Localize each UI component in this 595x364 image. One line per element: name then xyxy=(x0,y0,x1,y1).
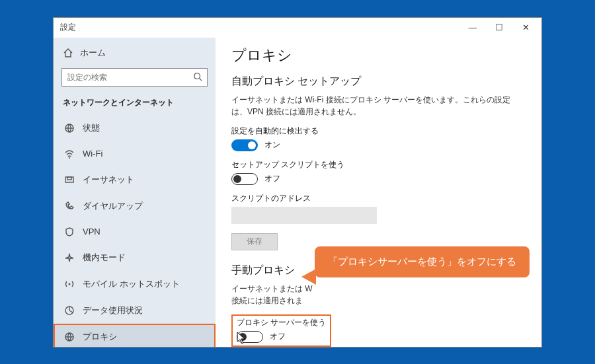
vpn-icon xyxy=(64,227,75,237)
close-button[interactable]: ✕ xyxy=(512,18,539,37)
detect-label: 設定を自動的に検出する xyxy=(231,126,526,137)
sidebar-item-label: Wi-Fi xyxy=(83,149,102,159)
settings-window: 設定 — ☐ ✕ ホーム ネットワークとインターネット 状態 xyxy=(53,17,542,347)
window-body: ホーム ネットワークとインターネット 状態 Wi-Fi xyxy=(54,38,541,347)
content-pane: プロキシ 自動プロキシ セットアップ イーサネットまたは Wi-Fi 接続にプロ… xyxy=(216,38,541,347)
sidebar-item-proxy[interactable]: プロキシ xyxy=(54,324,216,347)
toggle-state: オフ xyxy=(264,173,280,184)
hotspot-icon xyxy=(64,279,75,289)
svg-point-3 xyxy=(69,157,70,159)
sidebar-item-label: ダイヤルアップ xyxy=(83,200,143,212)
save-button[interactable]: 保存 xyxy=(231,233,278,250)
sidebar-item-label: 状態 xyxy=(83,122,100,134)
toggle-state: オフ xyxy=(270,331,286,342)
proxy-icon xyxy=(64,332,75,342)
manual-proxy-desc: イーサネットまたは W 接続には適用されま xyxy=(231,283,526,307)
script-toggle[interactable]: オフ xyxy=(231,173,526,185)
sidebar-item-dialup[interactable]: ダイヤルアップ xyxy=(54,193,216,219)
sidebar-section-title: ネットワークとインターネット xyxy=(54,93,216,115)
sidebar-item-airplane[interactable]: 機内モード xyxy=(54,244,216,271)
maximize-button[interactable]: ☐ xyxy=(486,18,512,37)
use-proxy-toggle[interactable]: オフ xyxy=(237,331,326,343)
home-label: ホーム xyxy=(80,47,106,59)
sidebar-item-label: 機内モード xyxy=(83,252,126,264)
auto-proxy-desc: イーサネットまたは Wi-Fi 接続にプロキシ サーバーを使います。これらの設定… xyxy=(231,94,526,118)
callout-text: 「プロキシサーバーを使う」をオフにする xyxy=(328,256,516,267)
home-link[interactable]: ホーム xyxy=(54,42,216,64)
sidebar-item-label: イーサネット xyxy=(83,174,134,186)
script-label: セットアップ スクリプトを使う xyxy=(231,159,526,170)
auto-proxy-heading: 自動プロキシ セットアップ xyxy=(231,75,526,89)
sidebar: ホーム ネットワークとインターネット 状態 Wi-Fi xyxy=(54,38,216,347)
wifi-icon xyxy=(64,149,75,159)
sidebar-item-label: プロキシ xyxy=(83,331,117,343)
sidebar-item-label: VPN xyxy=(83,227,100,237)
sidebar-item-label: データ使用状況 xyxy=(83,305,143,316)
sidebar-item-datausage[interactable]: データ使用状況 xyxy=(54,297,216,324)
sidebar-item-wifi[interactable]: Wi-Fi xyxy=(54,141,216,166)
ethernet-icon xyxy=(64,174,75,185)
svg-rect-5 xyxy=(67,177,71,180)
search-icon xyxy=(193,72,202,81)
status-icon xyxy=(64,123,75,133)
svg-point-6 xyxy=(69,283,71,285)
script-address-label: スクリプトのアドレス xyxy=(231,193,526,204)
sidebar-item-vpn[interactable]: VPN xyxy=(54,219,216,244)
sidebar-nav: 状態 Wi-Fi イーサネット ダイヤルアップ VPN xyxy=(54,115,216,347)
use-proxy-highlight: プロキシ サーバーを使う オフ xyxy=(231,314,331,347)
sidebar-item-ethernet[interactable]: イーサネット xyxy=(54,166,216,193)
instruction-callout: 「プロキシサーバーを使う」をオフにする xyxy=(315,246,530,277)
svg-line-1 xyxy=(200,78,202,81)
toggle-switch-off xyxy=(231,173,258,185)
minimize-button[interactable]: — xyxy=(459,18,486,37)
sidebar-item-status[interactable]: 状態 xyxy=(54,115,216,141)
page-title: プロキシ xyxy=(231,46,526,65)
use-proxy-label: プロキシ サーバーを使う xyxy=(237,317,326,328)
search-input[interactable] xyxy=(61,68,208,87)
script-address-input[interactable] xyxy=(231,207,377,224)
mouse-cursor-icon xyxy=(237,332,247,345)
home-icon xyxy=(63,48,73,58)
sidebar-item-hotspot[interactable]: モバイル ホットスポット xyxy=(54,271,216,297)
data-usage-icon xyxy=(64,305,75,316)
svg-point-0 xyxy=(194,73,200,79)
window-title: 設定 xyxy=(60,22,76,33)
toggle-state: オン xyxy=(264,139,280,151)
window-controls: — ☐ ✕ xyxy=(459,18,539,37)
sidebar-item-label: モバイル ホットスポット xyxy=(83,278,180,290)
detect-toggle[interactable]: オン xyxy=(231,139,526,151)
titlebar: 設定 — ☐ ✕ xyxy=(54,18,541,38)
airplane-icon xyxy=(64,252,75,263)
dialup-icon xyxy=(64,201,75,211)
search-wrap xyxy=(54,64,216,93)
toggle-switch-on xyxy=(231,139,258,151)
